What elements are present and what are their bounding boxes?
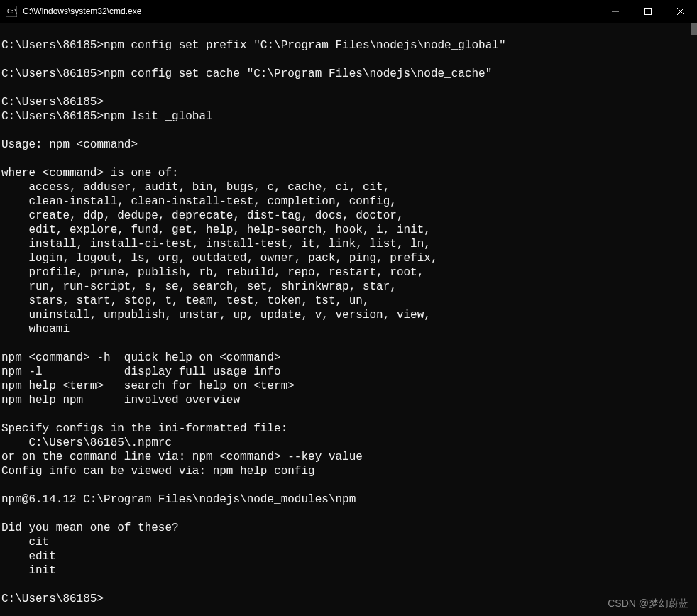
window-titlebar: C:\ C:\Windows\system32\cmd.exe [0,0,697,23]
terminal-line [1,152,696,166]
terminal-line [1,336,696,351]
terminal-line [1,407,696,422]
terminal-line: login, logout, ls, org, outdated, owner,… [1,251,696,265]
terminal-line [1,478,696,493]
terminal-output[interactable]: C:\Users\86185>npm config set prefix "C:… [0,23,697,616]
terminal-line: C:\Users\86185\.npmrc [1,436,696,450]
terminal-line: npm@6.14.12 C:\Program Files\nodejs\node… [1,493,696,507]
terminal-line [1,578,696,592]
terminal-line: Did you mean one of these? [1,521,696,535]
terminal-line: C:\Users\86185>npm config set cache "C:\… [1,67,696,81]
terminal-line: C:\Users\86185>npm config set prefix "C:… [1,38,696,53]
window-controls [599,0,697,23]
terminal-line: C:\Users\86185> [1,592,696,606]
maximize-button[interactable] [632,0,664,23]
terminal-line [1,507,696,521]
terminal-line [1,81,696,95]
svg-text:C:\: C:\ [7,9,17,15]
terminal-line: create, ddp, dedupe, deprecate, dist-tag… [1,209,696,223]
terminal-line [1,24,696,38]
terminal-line: init [1,563,696,578]
terminal-line [1,123,696,138]
minimize-button[interactable] [599,0,632,23]
terminal-line: where <command> is one of: [1,166,696,180]
terminal-line: cit [1,535,696,549]
terminal-line: run, run-script, s, se, search, set, shr… [1,280,696,294]
terminal-line: clean-install, clean-install-test, compl… [1,194,696,209]
terminal-line: edit, explore, fund, get, help, help-sea… [1,223,696,237]
close-button[interactable] [664,0,697,23]
terminal-line: access, adduser, audit, bin, bugs, c, ca… [1,180,696,194]
terminal-line: profile, prune, publish, rb, rebuild, re… [1,265,696,280]
watermark: CSDN @梦幻蔚蓝 [608,598,688,610]
terminal-line: uninstall, unpublish, unstar, up, update… [1,308,696,322]
cmd-icon: C:\ [6,6,17,17]
terminal-line: or on the command line via: npm <command… [1,450,696,464]
terminal-line: edit [1,549,696,563]
terminal-line: Config info can be viewed via: npm help … [1,464,696,478]
terminal-line: npm <command> -h quick help on <command> [1,351,696,365]
terminal-line: Usage: npm <command> [1,138,696,152]
terminal-line: C:\Users\86185>npm lsit _global [1,109,696,123]
terminal-line: npm help npm involved overview [1,393,696,407]
terminal-line [1,53,696,67]
terminal-line: npm -l display full usage info [1,365,696,379]
terminal-line: Specify configs in the ini-formatted fil… [1,422,696,436]
window-title: C:\Windows\system32\cmd.exe [23,6,599,16]
terminal-line: whoami [1,322,696,336]
terminal-line: npm help <term> search for help on <term… [1,379,696,393]
terminal-line: install, install-ci-test, install-test, … [1,237,696,251]
svg-rect-3 [645,9,652,15]
terminal-line: stars, start, stop, t, team, test, token… [1,294,696,308]
terminal-line: C:\Users\86185> [1,95,696,109]
